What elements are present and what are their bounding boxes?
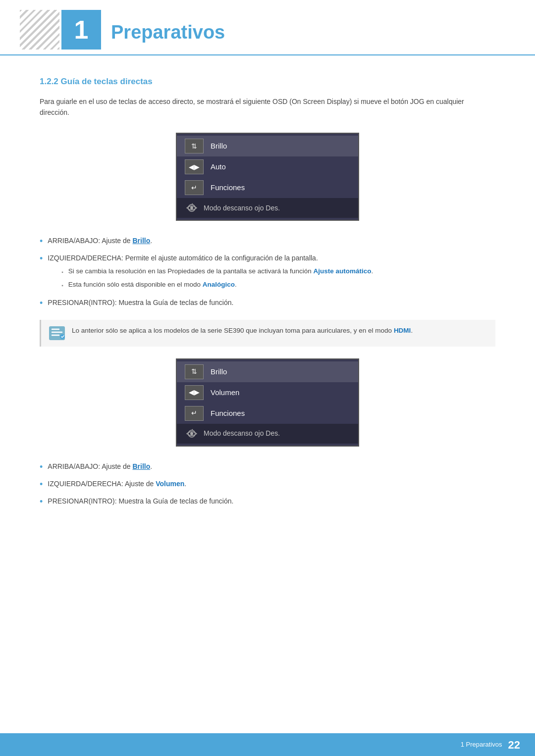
footer-page-number: 22 [508,737,520,753]
osd-label-brillo-1: Brillo [211,141,227,152]
bullet-list-1: • ARRIBA/ABAJO: Ajuste de Brillo. • IZQU… [40,236,495,310]
svg-point-1 [190,206,193,209]
hdmi-text: HDMI [394,327,411,334]
osd-label-funciones-2: Funciones [211,408,245,419]
list-item: • ARRIBA/ABAJO: Ajuste de Brillo. [40,461,495,474]
osd-label-volumen: Volumen [211,387,239,399]
page-title: Preparativos [111,18,225,50]
bullet-dot: • [40,460,43,474]
bullet-text: IZQUIERDA/DERECHA: Ajuste de Volumen. [48,479,186,489]
osd-label-brillo-2: Brillo [211,366,227,378]
page-footer: 1 Preparativos 22 [0,733,535,756]
header-stripe [20,10,59,50]
osd-row-brillo-2: ⇅ Brillo [177,361,358,382]
list-item: • PRESIONAR(INTRO): Muestra la Guía de t… [40,298,495,310]
osd-row-funciones-2: ↵ Funciones [177,403,358,424]
osd-row-eye-1: Modo descanso ojo Des. [177,198,358,218]
chapter-number: 1 [61,10,101,50]
note-icon [48,326,66,341]
page-header: 1 Preparativos [0,0,535,55]
bullet-text: PRESIONAR(INTRO): Muestra la Guía de tec… [48,496,233,506]
sub-list-1: ▪ Si se cambia la resolución en las Prop… [61,266,373,290]
list-item: • ARRIBA/ABAJO: Ajuste de Brillo. [40,236,495,248]
bullet-text: IZQUIERDA/DERECHA: Permite el ajuste aut… [48,253,373,293]
osd-label-auto: Auto [211,161,226,173]
note-box: Lo anterior sólo se aplica a los modelos… [40,320,495,347]
brillo-link-2: Brillo [133,462,151,470]
osd-row-funciones-1: ↵ Funciones [177,177,358,198]
brillo-link-1: Brillo [133,237,151,245]
sub-bullet: ▪ [61,282,63,289]
osd-row-auto: ◀▶ Auto [177,156,358,177]
ajuste-automatico-text: Ajuste automático [313,267,371,275]
sub-list-item: ▪ Si se cambia la resolución en las Prop… [61,266,373,276]
osd-eye-icon-2 [185,427,199,441]
bullet-list-2: • ARRIBA/ABAJO: Ajuste de Brillo. • IZQU… [40,461,495,508]
footer-chapter-label: 1 Preparativos [461,740,502,750]
osd-row-eye-2: Modo descanso ojo Des. [177,424,358,444]
osd-icon-brightness-1: ⇅ [185,139,204,153]
content-area: 1.2.2 Guía de teclas directas Para guiar… [0,75,535,508]
sub-bullet: ▪ [61,268,63,276]
note-text: Lo anterior sólo se aplica a los modelos… [72,326,413,336]
list-item: • PRESIONAR(INTRO): Muestra la Guía de t… [40,496,495,508]
osd-eye-label-2: Modo descanso ojo Des. [204,428,280,439]
svg-point-6 [190,432,193,435]
osd-eye-label-1: Modo descanso ojo Des. [204,203,280,213]
osd-icon-funciones-1: ↵ [185,180,204,195]
sub-list-item: ▪ Esta función sólo está disponible en e… [61,280,373,290]
list-item: • IZQUIERDA/DERECHA: Ajuste de Volumen. [40,479,495,491]
analogico-text: Analógico [203,281,235,288]
osd-icon-funciones-2: ↵ [185,406,204,421]
bullet-dot: • [40,252,43,265]
osd-eye-icon-1 [185,201,199,215]
volumen-text: Volumen [156,480,184,488]
section-title: 1.2.2 Guía de teclas directas [40,75,495,88]
sub-text: Esta función sólo está disponible en el … [68,280,237,290]
osd-menu-2: ⇅ Brillo ◀▶ Volumen ↵ Funciones Modo des… [176,358,359,447]
bullet-text: PRESIONAR(INTRO): Muestra la Guía de tec… [48,298,233,308]
osd-icon-volumen: ◀▶ [185,385,204,400]
osd-icon-auto: ◀▶ [185,159,204,174]
bullet-dot: • [40,478,43,491]
osd-menu-1: ⇅ Brillo ◀▶ Auto ↵ Funciones Modo descan… [176,133,359,221]
osd-label-funciones-1: Funciones [211,182,245,194]
sub-text: Si se cambia la resolución en las Propie… [68,266,373,276]
intro-text: Para guiarle en el uso de teclas de acce… [40,96,495,118]
bullet-dot: • [40,235,43,248]
bullet-text: ARRIBA/ABAJO: Ajuste de Brillo. [48,236,152,246]
bullet-dot: • [40,495,43,508]
bullet-text: ARRIBA/ABAJO: Ajuste de Brillo. [48,461,152,472]
osd-row-volumen: ◀▶ Volumen [177,382,358,403]
osd-row-brillo-1: ⇅ Brillo [177,136,358,156]
list-item: • IZQUIERDA/DERECHA: Permite el ajuste a… [40,253,495,293]
bullet-dot: • [40,297,43,310]
osd-icon-brightness-2: ⇅ [185,364,204,379]
